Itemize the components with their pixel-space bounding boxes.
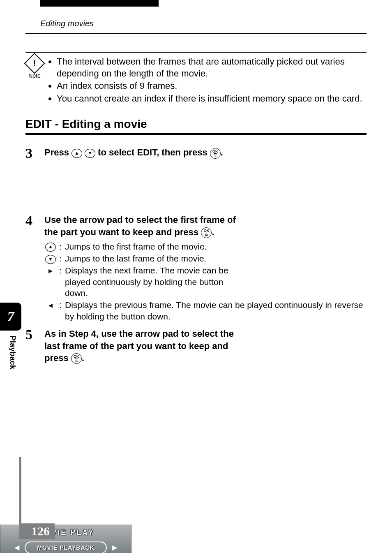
- down-arrow-icon: ▼: [85, 149, 95, 158]
- note-top-rule: [25, 52, 367, 53]
- page-number: 126: [21, 523, 55, 539]
- text-fragment: to select EDIT, then press: [98, 147, 210, 157]
- chapter-tab: 7: [0, 303, 21, 331]
- step-number: 5: [25, 328, 37, 364]
- sub-text: Displays the next frame. The movie can b…: [65, 265, 242, 298]
- running-header: Editing movies: [40, 19, 367, 28]
- step-4-text: Use the arrow pad to select the first fr…: [44, 214, 242, 238]
- sub-item: ▲ : Jumps to the first frame of the movi…: [44, 241, 367, 252]
- text-fragment: Press: [44, 147, 71, 157]
- step-5-text: As in Step 4, use the arrow pad to selec…: [44, 328, 242, 364]
- sub-text: Jumps to the last frame of the movie.: [65, 253, 242, 264]
- step-4: 4 Use the arrow pad to select the first …: [25, 214, 367, 322]
- ok-button-icon: OK☰: [210, 148, 221, 159]
- text-fragment: .: [82, 353, 84, 363]
- up-arrow-icon: ▲: [45, 243, 56, 252]
- sub-item: ▼ : Jumps to the last frame of the movie…: [44, 253, 367, 264]
- edit-heading: EDIT - Editing a movie: [25, 118, 367, 131]
- menu-arrow-left-icon: ◀: [14, 544, 19, 551]
- down-arrow-icon: ▼: [45, 255, 56, 264]
- up-arrow-icon: ▲: [71, 149, 82, 158]
- ok-button-icon: OK☰: [201, 227, 212, 238]
- text-fragment: .: [221, 147, 223, 157]
- sub-item: ◀ : Displays the previous frame. The mov…: [44, 299, 367, 322]
- note-item: The interval between the frames that are…: [57, 56, 367, 79]
- step-number: 4: [25, 214, 37, 322]
- edit-heading-rule: [25, 133, 367, 135]
- note-item: An index consists of 9 frames.: [57, 80, 367, 92]
- menu-item-playback: MOVIE PLAYBACK: [25, 541, 107, 553]
- top-black-tab: [40, 0, 159, 7]
- note-icon: !: [24, 53, 45, 74]
- step-3-text: Press ▲ ▼ to select EDIT, then press OK☰…: [44, 146, 242, 159]
- ok-button-icon: OK☰: [71, 353, 82, 364]
- step-3: 3 Press ▲ ▼ to select EDIT, then press O…: [25, 146, 367, 160]
- header-rule: [25, 33, 367, 34]
- note-list: The interval between the frames that are…: [49, 56, 367, 105]
- left-arrow-icon: ◀: [45, 301, 56, 311]
- text-fragment: .: [212, 227, 214, 237]
- chapter-label: Playback: [8, 336, 17, 369]
- chapter-number: 7: [7, 309, 14, 324]
- note-icon-char: !: [33, 58, 36, 68]
- step-number: 3: [25, 146, 37, 160]
- right-arrow-icon: ▶: [45, 266, 56, 277]
- sub-text: Displays the previous frame. The movie c…: [65, 299, 367, 322]
- note-item: You cannot create an index if there is i…: [57, 93, 367, 105]
- sub-text: Jumps to the first frame of the movie.: [65, 241, 242, 252]
- step-5: 5 As in Step 4, use the arrow pad to sel…: [25, 328, 367, 364]
- sub-item: ▶ : Displays the next frame. The movie c…: [44, 265, 367, 298]
- step-4-sublist: ▲ : Jumps to the first frame of the movi…: [44, 241, 367, 322]
- menu-arrow-right-icon: ▶: [112, 544, 117, 551]
- note-icon-col: ! Note: [25, 56, 44, 105]
